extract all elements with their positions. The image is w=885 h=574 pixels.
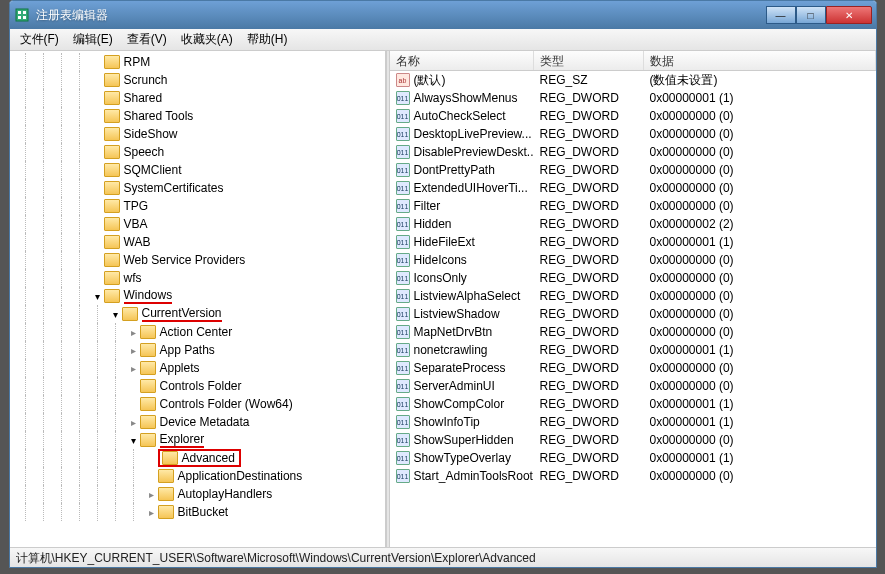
values-list[interactable]: 名称 类型 数据 ab(默认)REG_SZ(数值未设置)011AlwaysSho… <box>390 51 876 547</box>
tree-label[interactable]: BitBucket <box>178 505 229 519</box>
tree-node[interactable]: WAB <box>12 233 385 251</box>
tree-node[interactable]: ▸Device Metadata <box>12 413 385 431</box>
tree-label[interactable]: Device Metadata <box>160 415 250 429</box>
expand-icon[interactable]: ▸ <box>128 417 140 428</box>
tree-node[interactable]: wfs <box>12 269 385 287</box>
value-row[interactable]: 011ShowSuperHiddenREG_DWORD0x00000000 (0… <box>390 431 876 449</box>
tree-node[interactable]: SideShow <box>12 125 385 143</box>
value-row[interactable]: 011HideFileExtREG_DWORD0x00000001 (1) <box>390 233 876 251</box>
tree-node[interactable]: VBA <box>12 215 385 233</box>
value-row[interactable]: 011DisablePreviewDeskt...REG_DWORD0x0000… <box>390 143 876 161</box>
tree-node[interactable]: ▸Applets <box>12 359 385 377</box>
tree-label[interactable]: Explorer <box>160 432 205 448</box>
expand-icon[interactable]: ▸ <box>146 489 158 500</box>
tree-label[interactable]: AutoplayHandlers <box>178 487 273 501</box>
tree-node[interactable]: Scrunch <box>12 71 385 89</box>
tree-label[interactable]: SQMClient <box>124 163 182 177</box>
tree-label[interactable]: RPM <box>124 55 151 69</box>
titlebar[interactable]: 注册表编辑器 — □ ✕ <box>10 1 876 29</box>
tree-label[interactable]: Shared <box>124 91 163 105</box>
tree-node[interactable]: ▸App Paths <box>12 341 385 359</box>
value-row[interactable]: 011AutoCheckSelectREG_DWORD0x00000000 (0… <box>390 107 876 125</box>
value-row[interactable]: 011ListviewAlphaSelectREG_DWORD0x0000000… <box>390 287 876 305</box>
value-row[interactable]: 011nonetcrawlingREG_DWORD0x00000001 (1) <box>390 341 876 359</box>
value-row[interactable]: 011ServerAdminUIREG_DWORD0x00000000 (0) <box>390 377 876 395</box>
menu-view[interactable]: 查看(V) <box>121 29 173 50</box>
tree-label[interactable]: WAB <box>124 235 151 249</box>
tree-node[interactable]: ▸BitBucket <box>12 503 385 521</box>
expand-icon[interactable]: ▸ <box>128 363 140 374</box>
value-row[interactable]: 011FilterREG_DWORD0x00000000 (0) <box>390 197 876 215</box>
tree-label[interactable]: SideShow <box>124 127 178 141</box>
tree-label[interactable]: Web Service Providers <box>124 253 246 267</box>
maximize-button[interactable]: □ <box>796 6 826 24</box>
tree-label[interactable]: TPG <box>124 199 149 213</box>
tree-label[interactable]: VBA <box>124 217 148 231</box>
tree-node[interactable]: RPM <box>12 53 385 71</box>
expand-icon[interactable]: ▸ <box>128 345 140 356</box>
tree-label[interactable]: Scrunch <box>124 73 168 87</box>
tree-label[interactable]: Windows <box>124 288 173 304</box>
value-name: HideIcons <box>414 253 467 267</box>
tree-label[interactable]: ApplicationDestinations <box>178 469 303 483</box>
value-row[interactable]: 011ShowCompColorREG_DWORD0x00000001 (1) <box>390 395 876 413</box>
value-row[interactable]: 011ExtendedUIHoverTi...REG_DWORD0x000000… <box>390 179 876 197</box>
tree-node[interactable]: SystemCertificates <box>12 179 385 197</box>
tree-label[interactable]: Advanced <box>182 451 235 465</box>
tree-label[interactable]: wfs <box>124 271 142 285</box>
tree-label[interactable]: Controls Folder <box>160 379 242 393</box>
tree-node[interactable]: ApplicationDestinations <box>12 467 385 485</box>
header-type[interactable]: 类型 <box>534 51 644 70</box>
value-row[interactable]: 011ShowTypeOverlayREG_DWORD0x00000001 (1… <box>390 449 876 467</box>
tree-node[interactable]: Web Service Providers <box>12 251 385 269</box>
header-name[interactable]: 名称 <box>390 51 534 70</box>
tree-node[interactable]: ▸AutoplayHandlers <box>12 485 385 503</box>
collapse-icon[interactable]: ▾ <box>128 435 140 446</box>
tree-label[interactable]: SystemCertificates <box>124 181 224 195</box>
tree-label[interactable]: Action Center <box>160 325 233 339</box>
value-row[interactable]: 011SeparateProcessREG_DWORD0x00000000 (0… <box>390 359 876 377</box>
tree-node[interactable]: ▾CurrentVersion <box>12 305 385 323</box>
value-row[interactable]: 011IconsOnlyREG_DWORD0x00000000 (0) <box>390 269 876 287</box>
value-row[interactable]: 011AlwaysShowMenusREG_DWORD0x00000001 (1… <box>390 89 876 107</box>
tree-label[interactable]: Controls Folder (Wow64) <box>160 397 293 411</box>
header-data[interactable]: 数据 <box>644 51 876 70</box>
close-button[interactable]: ✕ <box>826 6 872 24</box>
value-row[interactable]: ab(默认)REG_SZ(数值未设置) <box>390 71 876 89</box>
value-row[interactable]: 011ListviewShadowREG_DWORD0x00000000 (0) <box>390 305 876 323</box>
menu-favorites[interactable]: 收藏夹(A) <box>175 29 239 50</box>
tree-node[interactable]: ▾Windows <box>12 287 385 305</box>
value-row[interactable]: 011HideIconsREG_DWORD0x00000000 (0) <box>390 251 876 269</box>
minimize-button[interactable]: — <box>766 6 796 24</box>
value-row[interactable]: 011DesktopLivePreview...REG_DWORD0x00000… <box>390 125 876 143</box>
splitter[interactable] <box>386 51 390 547</box>
tree-node[interactable]: Speech <box>12 143 385 161</box>
value-row[interactable]: 011ShowInfoTipREG_DWORD0x00000001 (1) <box>390 413 876 431</box>
tree-node[interactable]: ▾Explorer <box>12 431 385 449</box>
tree-node[interactable]: TPG <box>12 197 385 215</box>
tree-label[interactable]: CurrentVersion <box>142 306 222 322</box>
value-row[interactable]: 011DontPrettyPathREG_DWORD0x00000000 (0) <box>390 161 876 179</box>
tree-label[interactable]: Shared Tools <box>124 109 194 123</box>
expand-icon[interactable]: ▸ <box>128 327 140 338</box>
menu-file[interactable]: 文件(F) <box>14 29 65 50</box>
menu-help[interactable]: 帮助(H) <box>241 29 294 50</box>
tree-node[interactable]: Controls Folder <box>12 377 385 395</box>
menu-edit[interactable]: 编辑(E) <box>67 29 119 50</box>
collapse-icon[interactable]: ▾ <box>110 309 122 320</box>
value-row[interactable]: 011HiddenREG_DWORD0x00000002 (2) <box>390 215 876 233</box>
tree-node[interactable]: Controls Folder (Wow64) <box>12 395 385 413</box>
tree-node[interactable]: SQMClient <box>12 161 385 179</box>
tree-label[interactable]: Applets <box>160 361 200 375</box>
expand-icon[interactable]: ▸ <box>146 507 158 518</box>
tree-label[interactable]: App Paths <box>160 343 215 357</box>
tree-panel[interactable]: RPMScrunchSharedShared ToolsSideShowSpee… <box>10 51 386 547</box>
tree-node[interactable]: Shared <box>12 89 385 107</box>
tree-label[interactable]: Speech <box>124 145 165 159</box>
tree-node[interactable]: ▸Action Center <box>12 323 385 341</box>
tree-node[interactable]: Shared Tools <box>12 107 385 125</box>
tree-node[interactable]: Advanced <box>12 449 385 467</box>
collapse-icon[interactable]: ▾ <box>92 291 104 302</box>
value-row[interactable]: 011Start_AdminToolsRootREG_DWORD0x000000… <box>390 467 876 485</box>
value-row[interactable]: 011MapNetDrvBtnREG_DWORD0x00000000 (0) <box>390 323 876 341</box>
